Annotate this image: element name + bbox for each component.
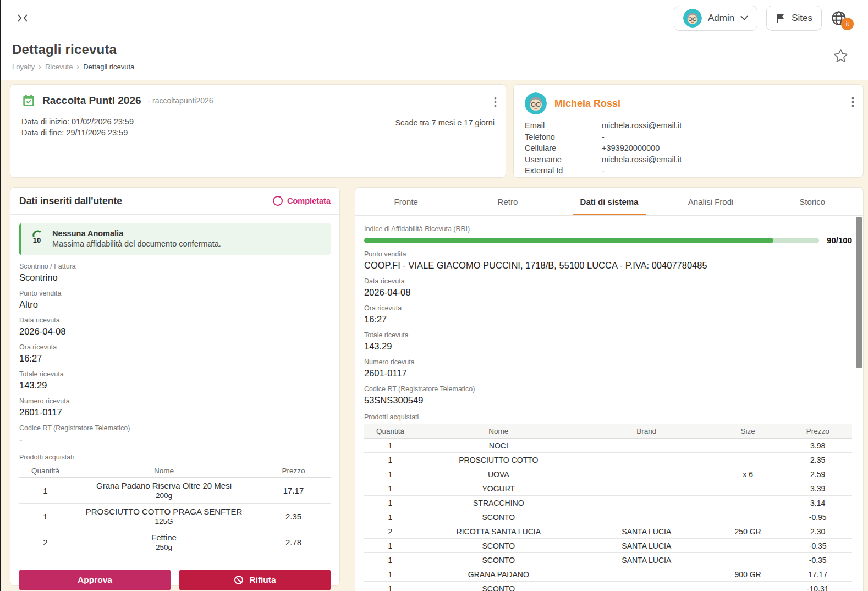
products-label: Prodotti acquistati: [19, 453, 331, 462]
table-row: 1 Grana Padano Riserva Oltre 20 Mesi 200…: [19, 478, 331, 504]
field-group: Codice RT (Registratore Telematico) -: [19, 424, 331, 446]
cell-name: Grana Padano Riserva Oltre 20 Mesi: [73, 480, 255, 491]
customer-avatar: [525, 92, 547, 114]
campaign-code: - raccoltapunti2026: [148, 96, 213, 105]
anomaly-description: Massima affidabilità del documento confe…: [52, 239, 221, 249]
system-data-panel: Fronte Retro Dati di sistema Analisi Fro…: [355, 187, 864, 591]
field-label: Codice RT (Registratore Telematico): [364, 385, 852, 393]
topbar-actions: Admin Sites it: [674, 6, 855, 31]
table-row: 1 NOCI 3.98: [364, 439, 852, 453]
customer-field-row: Email michela.rossi@email.it: [525, 120, 852, 132]
tab-retro[interactable]: Retro: [457, 188, 559, 215]
campaign-end-date: Data di fine: 29/11/2026 23:59: [21, 128, 134, 139]
table-row: 1 SCONTO -0.95: [364, 510, 852, 524]
rri-fill: [364, 238, 773, 243]
status-ring-icon: [273, 196, 283, 206]
cell-qty: 1: [19, 478, 72, 504]
status-badge: Completata: [273, 196, 331, 206]
breadcrumb-ricevute[interactable]: Ricevute: [45, 63, 73, 71]
campaign-expiry: Scade tra 7 mesi e 17 giorni: [395, 117, 495, 127]
tab-dati-di-sistema[interactable]: Dati di sistema: [558, 188, 660, 215]
topbar: Admin Sites it: [0, 0, 868, 36]
field-value: 2601-0117: [19, 406, 331, 419]
field-value: 16:27: [364, 313, 852, 326]
collapsed-sidebar-edge: [0, 0, 1, 591]
col-price: Prezzo: [256, 464, 331, 478]
field-group: Codice RT (Registratore Telematico) 53SN…: [364, 385, 852, 407]
tab-storico[interactable]: Storico: [761, 188, 863, 215]
breadcrumb-current: Dettagli ricevuta: [83, 63, 134, 71]
field-value: -: [19, 433, 331, 446]
customer-field-row: Telefono -: [525, 132, 852, 143]
table-row: 1 PROSCIUTTO COTTO PRAGA SENFTER 125G 2.…: [19, 504, 331, 529]
sidebar-collapse-toggle[interactable]: [17, 14, 29, 23]
field-label: Data ricevuta: [364, 277, 852, 286]
field-label: Telefono: [525, 132, 602, 143]
reject-button[interactable]: Rifiuta: [179, 570, 331, 590]
field-group: Data ricevuta 2026-04-08: [364, 277, 852, 299]
col-quantity: Quantità: [19, 464, 72, 478]
cell-name: Fettine: [73, 532, 255, 543]
page-title: Dettagli ricevuta: [12, 42, 851, 57]
field-value: 16:27: [19, 352, 331, 365]
admin-label: Admin: [708, 13, 734, 24]
breadcrumb-separator-icon: ›: [39, 62, 41, 71]
favorite-button[interactable]: [833, 48, 848, 65]
table-row: 1 GRANA PADANO 900 GR 17.17: [364, 567, 852, 582]
field-group: Punto vendita Altro: [19, 289, 331, 311]
language-selector[interactable]: it: [831, 10, 847, 26]
language-badge: it: [841, 18, 854, 30]
reject-label: Rifiuta: [249, 575, 276, 585]
rri-progress: 90/100: [364, 236, 852, 245]
customer-name[interactable]: Michela Rossi: [554, 98, 620, 110]
cell-price: 2.78: [256, 529, 331, 555]
table-row: 1 STRACCHINO 3.14: [364, 496, 852, 510]
tab-fronte[interactable]: Fronte: [355, 188, 457, 215]
table-header-row: Quantità Nome Prezzo: [19, 464, 331, 478]
customer-field-row: External Id -: [525, 165, 852, 177]
approve-button[interactable]: Approva: [19, 570, 171, 590]
table-row: 2 Fettine 250g 2.78: [19, 529, 331, 555]
field-group: Scontrino / Fattura Scontrino: [19, 262, 331, 284]
user-products-table: Quantità Nome Prezzo 1 Grana Padano Rise…: [19, 464, 331, 555]
approve-label: Approva: [78, 575, 112, 585]
table-row: 2 RICOTTA SANTA LUCIA SANTA LUCIA 250 GR…: [364, 524, 852, 539]
field-value: michela.rossi@email.it: [602, 154, 682, 166]
customer-field-row: Username michela.rossi@email.it: [525, 154, 852, 166]
field-label: External Id: [525, 165, 602, 177]
breadcrumb: Loyalty › Ricevute › Dettagli ricevuta: [12, 62, 851, 71]
calendar-check-icon: [21, 94, 36, 108]
field-label: Punto vendita: [19, 289, 331, 298]
field-label: Codice RT (Registratore Telematico): [19, 424, 331, 433]
collapse-chevrons-icon: [17, 14, 29, 23]
admin-menu-button[interactable]: Admin: [674, 6, 757, 31]
cell-size: 200g: [73, 491, 255, 500]
field-label: Totale ricevuta: [364, 331, 852, 340]
field-group: Totale ricevuta 143.29: [19, 370, 331, 392]
field-group: Ora ricevuta 16:27: [364, 304, 852, 326]
field-value: -: [602, 165, 605, 177]
field-label: Numero ricevuta: [364, 358, 852, 366]
campaign-start-date: Data di inizio: 01/02/2026 23:59: [21, 117, 134, 128]
field-value: michela.rossi@email.it: [602, 120, 682, 132]
kebab-menu-icon: [494, 97, 497, 107]
customer-menu-button[interactable]: [849, 95, 856, 112]
field-label: Email: [525, 120, 602, 132]
field-group: Totale ricevuta 143.29: [364, 331, 852, 353]
cell-price: 17.17: [256, 478, 331, 504]
col-price: Prezzo: [783, 424, 852, 439]
campaign-menu-button[interactable]: [492, 95, 499, 112]
admin-avatar: [683, 9, 702, 28]
cell-size: 125G: [73, 517, 255, 526]
field-label: Ora ricevuta: [19, 343, 331, 352]
anomaly-score: 10: [33, 236, 41, 244]
tab-analisi-frodi[interactable]: Analisi Frodi: [660, 188, 762, 215]
campaign-card: Raccolta Punti 2026 - raccoltapunti2026 …: [10, 84, 506, 178]
rri-track: [364, 238, 819, 243]
sites-button[interactable]: Sites: [766, 6, 822, 31]
field-value: Scontrino: [19, 271, 331, 284]
field-label: Punto vendita: [364, 250, 852, 259]
user-panel-title: Dati inseriti dall'utente: [19, 195, 122, 207]
vertical-scrollbar[interactable]: [856, 217, 862, 368]
breadcrumb-loyalty[interactable]: Loyalty: [12, 63, 35, 71]
